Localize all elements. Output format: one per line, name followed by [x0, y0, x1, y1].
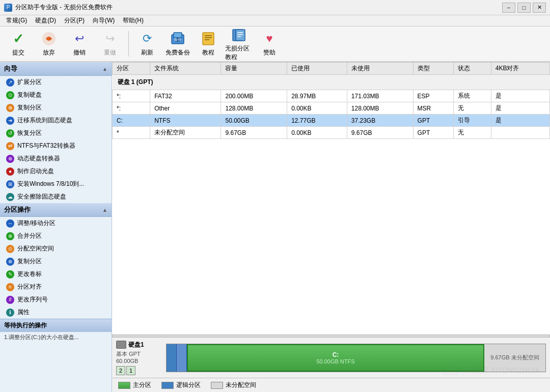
- cell-3: 12.77GB: [287, 115, 347, 127]
- table-row[interactable]: C:NTFS50.00GB12.77GB37.23GBGPT引导是: [113, 115, 550, 127]
- cell-1: FAT32: [150, 90, 221, 102]
- disk-header-row: 硬盘 1 (GPT): [113, 75, 550, 90]
- backup-icon: 备份: [170, 31, 186, 47]
- legend-logical: 逻辑分区: [161, 381, 201, 389]
- ops-item-align[interactable]: ≡ 分区对齐: [0, 281, 112, 293]
- tutorial-button[interactable]: 教程: [194, 29, 223, 59]
- wizard-item-copy-disk[interactable]: ⊙ 复制硬盘: [0, 89, 112, 101]
- menu-bar: 常规(G) 硬盘(D) 分区(P) 向导(W) 帮助(H): [0, 15, 550, 26]
- pending-item-1: 1.调整分区(C:)的大小在硬盘...: [0, 332, 112, 343]
- cell-2: 200.00MB: [221, 90, 287, 102]
- refresh-button[interactable]: ⟳ 刷新: [133, 29, 161, 59]
- wizard-item-ntfs-fat32[interactable]: ⇌ NTFS与FAT32转换器: [0, 139, 112, 152]
- disk-seg-btn-1[interactable]: 1: [126, 366, 135, 375]
- redo-button[interactable]: ↪ 重做: [96, 29, 124, 59]
- expand-icon: ↗: [6, 78, 14, 87]
- legend-unalloc-color: [211, 382, 223, 389]
- cell-3: 0.00KB: [287, 102, 347, 115]
- wizard-item-install-win[interactable]: ⊞ 安装Windows 7/8/10到...: [0, 178, 112, 190]
- menu-disk[interactable]: 硬盘(D): [31, 15, 60, 26]
- cell-3: 0.00KB: [287, 127, 347, 139]
- table-row[interactable]: *未分配空间9.67GB0.00KB9.67GBGPT无: [113, 127, 550, 139]
- close-button[interactable]: ✕: [533, 3, 546, 13]
- migrate-icon: ➜: [6, 117, 14, 125]
- ops-item-copy[interactable]: ⊗ 复制分区: [0, 255, 112, 268]
- disk-seg-esp[interactable]: [167, 344, 177, 372]
- ops-item-merge[interactable]: ⊕ 合并分区: [0, 230, 112, 242]
- backup-button[interactable]: 备份 免费备份: [163, 29, 192, 59]
- commit-button[interactable]: ✓ 提交: [4, 29, 33, 59]
- pending-section: 等待执行的操作 1.调整分区(C:)的大小在硬盘...: [0, 319, 112, 343]
- cell-4: 37.23GB: [347, 115, 413, 127]
- disk-seg-msr[interactable]: [177, 344, 187, 372]
- maximize-button[interactable]: □: [517, 3, 531, 13]
- cell-2: 50.00GB: [221, 115, 287, 127]
- guide-button[interactable]: 无损分区教程: [225, 29, 253, 59]
- wizard-item-recover[interactable]: ↺ 恢复分区: [0, 127, 112, 139]
- ops-item-allocate[interactable]: ⊙ 分配空闲空间: [0, 242, 112, 255]
- ops-item-resize[interactable]: ↔ 调整/移动分区: [0, 217, 112, 230]
- dynamic-icon: ⊗: [6, 155, 14, 163]
- cell-7: [491, 127, 549, 139]
- wizard-collapse-btn[interactable]: ▲: [102, 66, 107, 72]
- wizard-item-migrate-label: 迁移系统到固态硬盘: [17, 116, 72, 125]
- ops-item-allocate-label: 分配空闲空间: [17, 244, 54, 253]
- sponsor-button[interactable]: ♥ 赞助: [255, 29, 284, 59]
- partition-ops-collapse-btn[interactable]: ▲: [102, 207, 107, 213]
- toolbar-separator-1: [128, 31, 129, 57]
- cell-5: MSR: [413, 102, 453, 115]
- ops-item-label[interactable]: ✎ 更改卷标: [0, 268, 112, 281]
- wizard-item-copy-partition[interactable]: ⊕ 复制分区: [0, 101, 112, 114]
- redo-label: 重做: [104, 48, 116, 57]
- cell-6: 引导: [453, 115, 491, 127]
- legend-primary: 主分区: [118, 381, 151, 389]
- ops-item-merge-label: 合并分区: [17, 232, 42, 240]
- menu-help[interactable]: 帮助(H): [119, 15, 148, 26]
- ops-item-serial-label: 更改序列号: [17, 295, 48, 304]
- partition-ops-title: 分区操作: [4, 205, 31, 214]
- table-row[interactable]: *:FAT32200.00MB28.97MB171.03MBESP系统是: [113, 90, 550, 102]
- wizard-item-copy-disk-label: 复制硬盘: [17, 91, 42, 99]
- watermark: S 系统之家 XITONGZHIJIA: [443, 364, 540, 377]
- disk-label-box: 硬盘1 基本 GPT 60.00GB 2 1: [116, 341, 162, 375]
- menu-general[interactable]: 常规(G): [2, 15, 31, 26]
- menu-wizard[interactable]: 向导(W): [89, 15, 119, 26]
- ops-item-properties[interactable]: ℹ 属性: [0, 306, 112, 319]
- install-win-icon: ⊞: [6, 180, 14, 188]
- guide-icon: [231, 26, 247, 43]
- wizard-item-migrate[interactable]: ➜ 迁移系统到固态硬盘: [0, 114, 112, 127]
- col-used: 已使用: [287, 63, 347, 75]
- wizard-item-dynamic[interactable]: ⊗ 动态硬盘转换器: [0, 152, 112, 165]
- discard-label: 放弃: [43, 48, 55, 57]
- cell-0: *:: [113, 102, 150, 115]
- disk-header-cell: 硬盘 1 (GPT): [113, 75, 550, 90]
- discard-button[interactable]: 放弃: [35, 29, 63, 59]
- wizard-item-expand-label: 扩展分区: [17, 78, 42, 87]
- ops-item-copy-label: 复制分区: [17, 257, 42, 266]
- merge-icon: ⊕: [6, 232, 14, 240]
- wizard-item-expand[interactable]: ↗ 扩展分区: [0, 76, 112, 89]
- toolbar: ✓ 提交 放弃 ↩ 撤销 ↪ 重做 ⟳ 刷新: [0, 26, 550, 62]
- svg-point-1: [47, 37, 50, 40]
- legend-primary-label: 主分区: [133, 381, 151, 389]
- undo-button[interactable]: ↩ 撤销: [65, 29, 94, 59]
- cell-7: 是: [491, 102, 549, 115]
- table-row[interactable]: *:Other128.00MB0.00KB128.00MBMSR无是: [113, 102, 550, 115]
- svg-rect-3: [174, 33, 182, 38]
- cell-5: GPT: [413, 127, 453, 139]
- ops-item-label-label: 更改卷标: [17, 270, 42, 278]
- wizard-item-secure-erase[interactable]: ☁ 安全擦除固态硬盘: [0, 190, 112, 203]
- wizard-item-bootdisk[interactable]: ● 制作启动光盘: [0, 165, 112, 178]
- app-icon: P: [4, 4, 12, 12]
- cell-0: *:: [113, 90, 150, 102]
- ops-item-serial[interactable]: # 更改序列号: [0, 293, 112, 306]
- disk-seg-c[interactable]: C: 50.00GB NTFS: [187, 344, 484, 372]
- wizard-item-copy-partition-label: 复制分区: [17, 103, 42, 112]
- disk-seg-btn-2[interactable]: 2: [116, 366, 125, 375]
- legend-primary-color: [118, 382, 130, 389]
- horizontal-scrollbar[interactable]: [112, 334, 550, 338]
- discard-icon: [41, 31, 57, 47]
- cell-5: GPT: [413, 115, 453, 127]
- menu-partition[interactable]: 分区(P): [60, 15, 89, 26]
- minimize-button[interactable]: −: [502, 3, 515, 13]
